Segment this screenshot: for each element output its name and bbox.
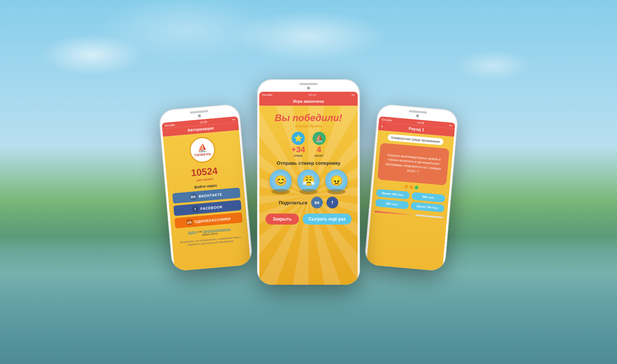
phone-speaker-left — [190, 110, 208, 114]
time-right: 14:06 — [417, 121, 425, 125]
time-left: 13:55 — [200, 120, 208, 124]
phone-center: Билайн 14:14 ▪▪▪ Игра закончена Вы побед… — [257, 79, 360, 285]
carrier-center: Билайн — [262, 93, 273, 97]
phone-screen-right: Билайн 14:06 ▪▪▪ ‹ Раунд 1 Комфортная ср… — [366, 116, 455, 272]
player-count: 10524 — [191, 165, 218, 179]
carrier-right: Билайн — [382, 118, 392, 122]
app-header-center: Игра закончена — [259, 98, 358, 106]
phone-camera-center — [307, 87, 310, 90]
login-links: Войти или Зарегистрироваться через почту — [188, 228, 231, 238]
facebook-icon: f — [192, 206, 198, 212]
answer-2[interactable]: 560 тыс. — [411, 192, 445, 203]
score-points-value: +34 — [291, 146, 305, 154]
phone-home-left[interactable] — [208, 270, 219, 272]
answer-3[interactable]: 393 тыс. — [375, 199, 409, 210]
carrier-left: Билайн — [165, 123, 175, 127]
share-vk-button[interactable]: вк — [311, 197, 323, 208]
victory-title: Вы победили! — [275, 112, 342, 124]
sticker-happy[interactable]: 😊 — [270, 170, 292, 192]
question-screen: Комфортная среда проживания Сколько мног… — [366, 130, 454, 271]
phones-container: Билайн 13:55 ▪▪▪ Авторизация ⛵ ТЮМЕНЬ 10… — [165, 79, 452, 285]
phone-camera-left — [198, 114, 201, 117]
logo-boat-icon: ⛵ — [197, 143, 208, 153]
progress-fill — [375, 211, 416, 216]
category-tag: Комфортная среда проживания — [387, 134, 444, 145]
score-row: ⭐ +34 очков ⛵ 4 монет — [291, 132, 325, 157]
progress-bar — [375, 211, 444, 218]
sticker-mad[interactable]: 😠 — [325, 170, 347, 192]
back-button[interactable]: ‹ — [381, 123, 383, 129]
score-star-icon: ⭐ — [292, 132, 305, 145]
app-logo: ⛵ ТЮМЕНЬ — [188, 136, 216, 164]
phone-left: Билайн 13:55 ▪▪▪ Авторизация ⛵ ТЮМЕНЬ 10… — [158, 103, 253, 271]
time-center: 14:14 — [308, 93, 316, 97]
phone-camera-right — [416, 114, 419, 117]
victory-player-name: Ирина — [310, 124, 322, 128]
phone-speaker-right — [409, 110, 427, 114]
dot-1 — [404, 185, 408, 189]
answer-1[interactable]: Менее 440 тыс. — [376, 189, 409, 200]
login-link[interactable]: Войти — [188, 230, 196, 234]
login-disclaimer: Авторизуясь, вы соглашаетесь с правилами… — [176, 235, 244, 247]
login-via-label: Войти через — [194, 183, 217, 189]
score-boat-icon: ⛵ — [313, 132, 326, 145]
answer-grid: Менее 440 тыс. 560 тыс. 393 тыс. Около 7… — [375, 189, 445, 212]
answer-4[interactable]: Около 740 тыс. — [411, 202, 444, 212]
vk-icon: ВК — [190, 193, 196, 200]
vk-btn-label: ВКОНТАКТЕ — [198, 192, 222, 199]
phone-home-right[interactable] — [398, 270, 409, 272]
victory-subtitle: игрока Ирина — [295, 124, 322, 128]
sticker-angry[interactable]: 😤 — [297, 170, 320, 192]
score-coins-item: ⛵ 4 монет — [313, 132, 326, 157]
share-fb-icon: f — [332, 200, 333, 205]
icons-right: ▪▪▪ — [449, 124, 452, 127]
sticker-prompt: Отправь стикер сопернику — [277, 160, 340, 166]
phone-screen-center: Билайн 14:14 ▪▪▪ Игра закончена Вы побед… — [259, 92, 358, 285]
fb-btn-label: FACEBOOK — [200, 205, 223, 211]
score-points-item: ⭐ +34 очков — [291, 132, 305, 157]
score-coins-label: монет — [314, 154, 324, 157]
login-screen: ⛵ ТЮМЕНЬ 10524 уже играют Войти через ВК… — [163, 130, 250, 271]
score-points-label: очков — [294, 154, 302, 157]
logo-city-text: ТЮМЕНЬ — [194, 152, 212, 157]
phone-screen-left: Билайн 13:55 ▪▪▪ Авторизация ⛵ ТЮМЕНЬ 10… — [162, 116, 251, 272]
action-buttons: Закрыть Сыграть ещё раз — [266, 214, 351, 225]
stickers-row: 😊 😤 😠 — [270, 170, 347, 192]
dot-2 — [409, 185, 414, 189]
icons-left: ▪▪▪ — [232, 118, 235, 121]
play-again-button[interactable]: Сыграть ещё раз — [303, 214, 351, 225]
icons-center: ▪▪▪ — [351, 93, 355, 97]
ok-icon: ok — [186, 219, 192, 225]
victory-screen: Вы победили! игрока Ирина ⭐ +34 очков ⛵ … — [259, 106, 358, 285]
dot-3 — [415, 186, 419, 190]
phone-right: Билайн 14:06 ▪▪▪ ‹ Раунд 1 Комфортная ср… — [364, 103, 459, 271]
share-fb-button[interactable]: f — [326, 197, 338, 208]
ok-btn-label: ОДНОКЛАССНИКИ — [194, 216, 231, 224]
status-bar-center: Билайн 14:14 ▪▪▪ — [259, 92, 358, 98]
share-row: Поделиться вк f — [279, 197, 338, 208]
phone-speaker-center — [299, 83, 318, 85]
share-label: Поделиться — [279, 200, 307, 205]
close-button[interactable]: Закрыть — [266, 214, 299, 225]
question-card: Сколько многоквартирных домов в стране в… — [378, 143, 450, 185]
score-coins-value: 4 — [317, 146, 321, 154]
share-vk-icon: вк — [314, 200, 319, 205]
question-text: Сколько многоквартирных домов в стране в… — [382, 152, 445, 176]
answer-dots — [404, 185, 419, 189]
